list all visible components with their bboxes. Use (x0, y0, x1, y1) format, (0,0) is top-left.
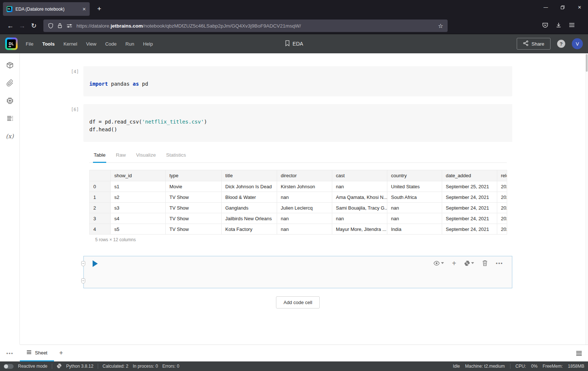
notebook-cells: [4] import pandas as pd [6] df = pd.read… (83, 53, 512, 308)
bookmark-star-icon[interactable]: ☆ (438, 22, 443, 29)
chevron-down-icon (441, 262, 444, 264)
tab-close-icon[interactable]: ✕ (82, 7, 86, 12)
code-editor[interactable]: import pandas as pd (89, 80, 506, 88)
output-tab-raw[interactable]: Raw (115, 152, 126, 163)
minimize-button[interactable]: — (537, 0, 554, 15)
run-cell-icon[interactable] (93, 260, 98, 267)
sheet-tab-label: Sheet (35, 350, 47, 356)
table-row: 0s1MovieDick Johnson Is DeadKirsten John… (90, 181, 507, 192)
menu-tools[interactable]: Tools (42, 41, 55, 47)
user-avatar[interactable]: V (572, 38, 583, 49)
tool-sidebar: (x) (0, 53, 20, 345)
environment-icon[interactable] (4, 95, 15, 106)
menu-view[interactable]: View (86, 41, 96, 47)
menu-hamburger-icon[interactable] (569, 22, 575, 29)
scrollbar-thumb[interactable] (586, 54, 588, 72)
python-icon (57, 363, 62, 370)
notebook-title-text: EDA (293, 41, 303, 47)
row-index: 0 (90, 181, 111, 192)
packages-icon[interactable] (4, 60, 15, 71)
divider (510, 364, 510, 369)
variables-icon[interactable]: (x) (4, 131, 15, 142)
table-cell: 202 (497, 181, 507, 192)
dataframe-summary: 5 rows × 12 columns (95, 237, 507, 242)
table-cell: nan (332, 181, 387, 192)
table-cell: s5 (111, 224, 166, 235)
sheet-tabs: Sheet + (20, 345, 588, 361)
menu-code[interactable]: Code (105, 41, 116, 47)
cell-drag-handle[interactable] (81, 278, 85, 283)
reload-icon[interactable]: ↻ (28, 20, 40, 32)
reactive-mode-toggle[interactable] (4, 364, 14, 369)
selected-empty-cell[interactable]: + ••• (83, 256, 512, 288)
content-area: (x) [4] import pandas as pd [6] df = pd.… (0, 53, 588, 345)
output-tab-table[interactable]: Table (93, 152, 106, 163)
row-index: 4 (90, 224, 111, 235)
calculated-count: Calculated: 2 (103, 364, 128, 369)
forward-icon[interactable]: → (16, 20, 28, 32)
column-header: date_added (442, 170, 497, 181)
execution-count: [4] (71, 69, 79, 74)
cpu-label: CPU: (516, 364, 526, 369)
table-row: 2s3TV ShowGanglandsJulien LeclercqSami B… (90, 203, 507, 213)
table-cell: Jailbirds New Orleans (222, 213, 277, 224)
lock-icon[interactable] (57, 23, 62, 29)
new-tab-button[interactable]: + (94, 4, 104, 14)
output-tab-visualize[interactable]: Visualize (135, 152, 157, 163)
url-text[interactable]: https://datalore.jetbrains.com/notebook/… (76, 23, 434, 29)
column-header: type (166, 170, 222, 181)
column-header: rele (497, 170, 507, 181)
add-sheet-button[interactable]: + (54, 345, 68, 361)
cell-drag-handle[interactable] (81, 261, 85, 266)
tracking-shield-icon[interactable] (48, 23, 54, 29)
add-code-cell-button[interactable]: Add code cell (276, 296, 319, 308)
url-bar[interactable]: https://datalore.jetbrains.com/notebook/… (43, 19, 448, 32)
menu-help[interactable]: Help (143, 41, 153, 47)
output-tab-statistics[interactable]: Statistics (165, 152, 187, 163)
help-button[interactable]: ? (557, 40, 565, 48)
code-cell-2[interactable]: [6] df = pd.read_csv('netflix_titles.csv… (83, 104, 512, 142)
permissions-icon[interactable] (66, 23, 73, 28)
table-cell: s3 (111, 203, 166, 213)
cpu-value: 0% (531, 364, 537, 369)
download-icon[interactable] (556, 22, 562, 29)
attachments-icon[interactable] (4, 78, 15, 89)
table-cell: Ganglands (222, 203, 277, 213)
share-button[interactable]: Share (517, 38, 551, 50)
browser-tab-active[interactable]: DL EDA (Datalore notebook) ✕ (3, 2, 90, 16)
more-options-icon[interactable]: ••• (496, 260, 503, 266)
reactive-mode-label: Reactive mode (18, 364, 47, 369)
menu-file[interactable]: File (26, 41, 33, 47)
menu-kernel[interactable]: Kernel (64, 41, 78, 47)
python-version: Python 3.8.12 (66, 364, 93, 369)
sheet-tab-active[interactable]: Sheet (20, 345, 54, 361)
kernel-menu[interactable] (464, 260, 474, 266)
table-cell: Movie (166, 181, 222, 192)
table-cell: TV Show (166, 192, 222, 203)
app-header: DL FileToolsKernelViewCodeRunHelp EDA Sh… (0, 34, 588, 53)
datalore-logo[interactable]: DL (5, 38, 18, 50)
sheet-more-icon[interactable]: ••• (0, 345, 20, 361)
table-cell: s2 (111, 192, 166, 203)
code-editor[interactable]: df = pd.read_csv('netflix_titles.csv')df… (89, 118, 506, 133)
sheet-bar: ••• Sheet + (0, 345, 588, 361)
in-process-count: In process: 0 (133, 364, 158, 369)
scrollbar[interactable] (585, 53, 588, 345)
header-right: Share ? V (517, 38, 583, 50)
code-cell-1[interactable]: [4] import pandas as pd (83, 66, 512, 96)
pocket-icon[interactable] (542, 22, 548, 30)
outline-icon[interactable] (4, 113, 15, 124)
structure-toggle-icon[interactable] (576, 345, 588, 361)
window-controls: — ✕ (537, 0, 588, 15)
url-prefix: https://datalore. (76, 23, 111, 29)
sheet-icon (26, 350, 32, 356)
table-cell: 202 (497, 192, 507, 203)
menu-run[interactable]: Run (125, 41, 134, 47)
close-button[interactable]: ✕ (571, 0, 588, 15)
back-icon[interactable]: ← (4, 20, 16, 32)
url-path: /notebook/qbzMDfZUZ5c46LSabp2pJm/GQ4Xv3j… (143, 23, 301, 29)
delete-cell-icon[interactable] (482, 260, 488, 266)
restore-button[interactable] (554, 0, 571, 15)
visibility-menu[interactable] (433, 261, 444, 266)
add-cell-icon[interactable]: + (452, 260, 456, 266)
